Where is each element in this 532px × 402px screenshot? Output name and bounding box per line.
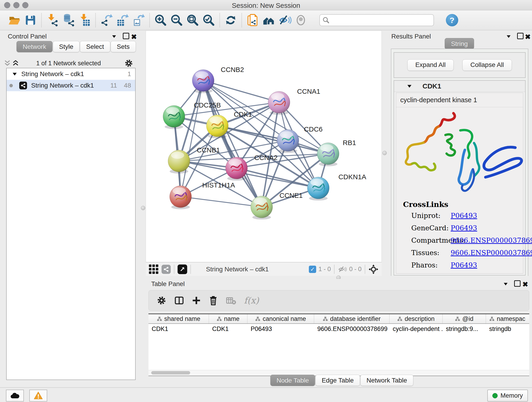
left-splitter-handle[interactable] bbox=[141, 206, 145, 210]
network-view-toolbar: String Network – cdk1 ✓ 1 - 0 0 - 0 bbox=[146, 262, 382, 276]
hide-selection-button[interactable] bbox=[277, 13, 293, 27]
right-splitter[interactable] bbox=[382, 31, 387, 280]
detach-view-icon[interactable] bbox=[177, 264, 187, 274]
clone-network-button[interactable] bbox=[245, 13, 261, 27]
panel-close-icon[interactable]: ✖ bbox=[131, 33, 137, 41]
panel-float-icon[interactable] bbox=[514, 280, 520, 288]
table-row[interactable]: CDK1 CDK1 P06493 9606.ENSP00000378699 cy… bbox=[148, 324, 529, 334]
tree-expand-icon[interactable] bbox=[13, 73, 17, 75]
add-column-icon[interactable] bbox=[192, 296, 201, 305]
refresh-view-button[interactable] bbox=[223, 13, 239, 27]
table-hscrollbar-thumb[interactable] bbox=[151, 371, 190, 375]
network-row[interactable]: String Network – cdk1 11 48 bbox=[7, 80, 135, 91]
column-header[interactable]: name bbox=[209, 314, 247, 323]
right-splitter-handle[interactable] bbox=[382, 151, 387, 155]
help-button[interactable]: ? bbox=[446, 14, 458, 26]
gene-section-header[interactable]: CDK1 bbox=[394, 81, 525, 92]
export-image-button[interactable] bbox=[131, 13, 147, 27]
attribute-icon bbox=[397, 317, 402, 321]
search-input[interactable] bbox=[329, 17, 427, 24]
expand-all-icon[interactable] bbox=[12, 59, 20, 67]
panel-menu-icon[interactable] bbox=[503, 280, 508, 287]
zoom-out-button[interactable] bbox=[169, 13, 185, 27]
network-canvas[interactable]: CCNB2CCNA1CDC25BCDK1CDC6RB1CCNB1CCNA2CDK… bbox=[146, 31, 381, 262]
tab-select[interactable]: Select bbox=[80, 41, 110, 52]
column-header[interactable]: database identifier bbox=[314, 314, 389, 323]
attribute-icon bbox=[323, 317, 328, 321]
node-label: CDKN1A bbox=[338, 173, 366, 181]
column-header[interactable]: canonical name bbox=[247, 314, 314, 323]
eye-slash-icon bbox=[278, 13, 292, 27]
panel-close-icon[interactable]: ✖ bbox=[522, 280, 528, 288]
tab-string[interactable]: String bbox=[445, 38, 474, 49]
crosslink-link[interactable]: 9606.ENSP00000378699 bbox=[451, 236, 532, 244]
results-tabs: String bbox=[387, 38, 532, 49]
crosslink-label: Compartments: bbox=[411, 236, 451, 244]
column-header[interactable]: shared name bbox=[148, 314, 209, 323]
cell-namespace: stringdb bbox=[486, 325, 529, 332]
column-header[interactable]: namespac bbox=[486, 314, 529, 323]
tab-edge-table[interactable]: Edge Table bbox=[316, 375, 360, 386]
tab-sets[interactable]: Sets bbox=[111, 41, 136, 52]
export-table-button[interactable] bbox=[114, 13, 131, 27]
collapse-all-icon[interactable] bbox=[3, 59, 12, 67]
cell-database-identifier: 9606.ENSP00000378699 bbox=[314, 325, 389, 332]
columns-icon[interactable] bbox=[174, 296, 184, 305]
warnings-button[interactable] bbox=[29, 390, 47, 402]
bottom-splitter[interactable] bbox=[146, 276, 532, 279]
node-label: CCNB2 bbox=[221, 66, 244, 73]
gene-details: cyclin-dependent kinase 1 bbox=[396, 93, 523, 274]
network-label: String Network – cdk1 bbox=[31, 82, 94, 89]
gear-icon[interactable] bbox=[124, 59, 133, 68]
crosslink-link[interactable]: P06493 bbox=[451, 261, 477, 269]
crosslink-link[interactable]: P06493 bbox=[451, 211, 477, 220]
collapse-all-button[interactable]: Collapse All bbox=[462, 59, 512, 71]
cloud-button[interactable] bbox=[6, 390, 24, 402]
network-edge[interactable] bbox=[181, 197, 262, 207]
table-header-row: shared name name canonical name database… bbox=[148, 314, 529, 324]
show-selection-button[interactable] bbox=[293, 13, 309, 27]
memory-button[interactable]: Memory bbox=[487, 390, 528, 402]
crosslink-link[interactable]: P06493 bbox=[451, 224, 477, 232]
zoom-in-button[interactable] bbox=[152, 13, 169, 27]
section-collapse-icon[interactable] bbox=[407, 85, 412, 88]
panel-float-icon[interactable] bbox=[123, 33, 129, 41]
table-gear-icon[interactable] bbox=[157, 295, 167, 306]
column-header[interactable]: @id bbox=[443, 314, 486, 323]
import-table-icon bbox=[78, 13, 91, 27]
network-edge[interactable] bbox=[181, 80, 203, 196]
tab-network[interactable]: Network bbox=[17, 41, 52, 52]
import-table-file-button[interactable] bbox=[76, 13, 93, 27]
grid-view-icon[interactable] bbox=[149, 264, 158, 274]
zoom-selected-icon bbox=[203, 14, 215, 26]
zoom-selected-button[interactable] bbox=[201, 13, 217, 27]
save-session-button[interactable] bbox=[22, 13, 38, 27]
expand-all-button[interactable]: Expand All bbox=[407, 59, 454, 71]
network-edge-count: 48 bbox=[124, 82, 131, 89]
network-collection-row[interactable]: String Network – cdk1 1 bbox=[7, 68, 135, 80]
zoom-out-icon bbox=[171, 14, 183, 26]
column-header[interactable]: description bbox=[389, 314, 443, 323]
left-splitter[interactable] bbox=[140, 31, 146, 387]
open-session-button[interactable] bbox=[6, 13, 22, 27]
panel-menu-icon[interactable] bbox=[112, 33, 117, 40]
hidden-eye-slash-icon bbox=[338, 265, 347, 273]
tab-style[interactable]: Style bbox=[53, 41, 80, 52]
zoom-fit-button[interactable] bbox=[185, 13, 201, 27]
network-edge[interactable] bbox=[174, 102, 279, 116]
network-share-icon[interactable] bbox=[162, 265, 171, 274]
tab-node-table[interactable]: Node Table bbox=[270, 375, 315, 386]
string-home-button[interactable] bbox=[261, 13, 277, 27]
export-network-button[interactable] bbox=[99, 13, 114, 27]
toolbar-separator bbox=[95, 13, 96, 27]
string-results-box: Expand All Collapse All CDK1 cyclin-depe… bbox=[391, 49, 528, 279]
import-network-database-button[interactable] bbox=[60, 13, 76, 27]
birds-eye-icon[interactable] bbox=[368, 264, 379, 274]
titlebar: Session: New Session bbox=[0, 0, 532, 10]
import-network-file-button[interactable] bbox=[44, 13, 60, 27]
delete-column-icon[interactable] bbox=[209, 296, 218, 305]
tab-network-table[interactable]: Network Table bbox=[360, 375, 413, 386]
crosslink-link[interactable]: 9606.ENSP00000378699 bbox=[451, 249, 532, 257]
network-tree: String Network – cdk1 1 String Network –… bbox=[6, 68, 136, 380]
selected-checkbox-icon[interactable]: ✓ bbox=[309, 266, 316, 273]
